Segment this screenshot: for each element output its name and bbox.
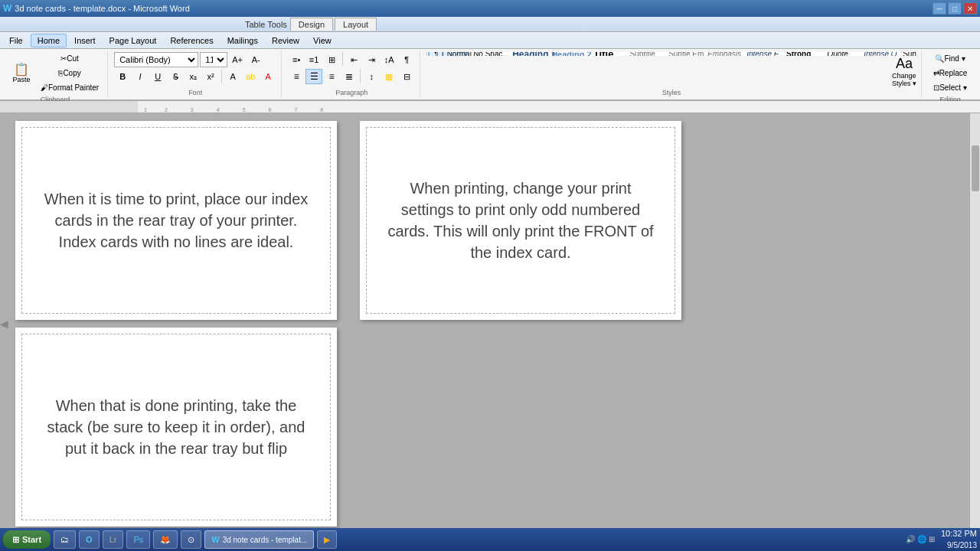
paste-button[interactable]: 📋 Paste bbox=[8, 61, 35, 86]
decrease-indent-button[interactable]: ⇤ bbox=[345, 52, 362, 67]
taskbar-photoshop[interactable]: Ps bbox=[126, 530, 150, 549]
style-emphasis[interactable]: Emphasis bbox=[701, 52, 740, 56]
scrollbar-thumb[interactable] bbox=[972, 145, 979, 191]
change-styles-icon: Aa bbox=[896, 56, 913, 72]
align-right-button[interactable]: ≡ bbox=[323, 69, 340, 84]
styles-label: Styles bbox=[662, 87, 681, 96]
format-painter-button[interactable]: 🖌 Format Painter bbox=[37, 81, 103, 94]
taskbar-outlook[interactable]: O bbox=[79, 530, 100, 549]
style-h2[interactable]: Heading 2 bbox=[545, 52, 583, 56]
select-icon: ⊡ bbox=[933, 83, 939, 92]
menu-review[interactable]: Review bbox=[266, 34, 305, 47]
cut-button[interactable]: ✂ Cut bbox=[37, 52, 103, 65]
menu-view[interactable]: View bbox=[307, 34, 338, 47]
card-1-wrapper: When it is time to print, place our inde… bbox=[15, 121, 337, 320]
line-spacing-button[interactable]: ↕ bbox=[363, 69, 380, 84]
style-title[interactable]: Title bbox=[584, 52, 622, 56]
style-normal[interactable]: ¶ 1 Normal bbox=[428, 52, 466, 56]
menu-file[interactable]: File bbox=[3, 34, 29, 47]
menu-pagelayout[interactable]: Page Layout bbox=[103, 34, 163, 47]
grow-font-button[interactable]: A+ bbox=[229, 52, 246, 67]
menu-mailings[interactable]: Mailings bbox=[221, 34, 264, 47]
card-2-text[interactable]: When printing, change your print setting… bbox=[382, 178, 659, 263]
change-styles-group: Aa ChangeStyles ▾ bbox=[892, 56, 916, 87]
table-tools-design-tab[interactable]: Design bbox=[290, 18, 333, 31]
card-3-inner[interactable]: When that is done printing, take the sta… bbox=[21, 334, 331, 520]
superscript-button[interactable]: x² bbox=[202, 69, 219, 84]
align-center-button[interactable]: ☰ bbox=[305, 69, 322, 84]
menu-references[interactable]: References bbox=[164, 34, 219, 47]
show-hide-button[interactable]: ¶ bbox=[398, 52, 415, 67]
start-icon: ⊞ bbox=[12, 535, 19, 545]
italic-button[interactable]: I bbox=[132, 69, 149, 84]
document-area[interactable]: ◀ When it is time to print, place our in… bbox=[0, 113, 980, 534]
shrink-font-button[interactable]: A- bbox=[247, 52, 264, 67]
style-subtitle[interactable]: Subtitle bbox=[623, 52, 662, 56]
taskbar-lightroom[interactable]: Lr bbox=[103, 530, 124, 549]
paragraph-label: Paragraph bbox=[335, 87, 368, 96]
replace-button[interactable]: ⇄ Replace bbox=[929, 67, 972, 80]
maximize-button[interactable]: □ bbox=[948, 2, 962, 15]
clock: 10:32 PM 9/5/2013 bbox=[941, 528, 977, 550]
card-3-wrapper: When that is done printing, take the sta… bbox=[15, 328, 337, 527]
shading-button[interactable]: ▦ bbox=[381, 69, 397, 84]
copy-button[interactable]: ⎘ Copy bbox=[37, 67, 103, 80]
card-1-inner[interactable]: When it is time to print, place our inde… bbox=[21, 127, 331, 314]
style-h1[interactable]: Heading 1 bbox=[506, 52, 544, 56]
change-styles-button[interactable]: Aa ChangeStyles ▾ bbox=[892, 56, 916, 87]
taskbar-firefox[interactable]: 🦊 bbox=[153, 530, 178, 549]
word-taskbar-label: 3d note cards - templat... bbox=[223, 536, 308, 544]
font-color-button[interactable]: A bbox=[260, 69, 276, 84]
card-2-inner[interactable]: When printing, change your print setting… bbox=[366, 127, 675, 314]
photoshop-icon: Ps bbox=[133, 535, 143, 544]
multilevel-button[interactable]: ⊞ bbox=[323, 52, 340, 67]
style-strong[interactable]: Strong bbox=[779, 52, 818, 56]
menu-home[interactable]: Home bbox=[31, 34, 67, 47]
minimize-button[interactable]: ─ bbox=[933, 2, 946, 15]
scrollbar-track[interactable] bbox=[969, 113, 980, 534]
find-button[interactable]: 🔍 Find ▾ bbox=[929, 52, 972, 65]
time: 10:32 PM bbox=[941, 528, 977, 540]
justify-button[interactable]: ≣ bbox=[341, 69, 358, 84]
start-button[interactable]: ⊞ Start bbox=[3, 530, 51, 549]
document-content: When it is time to print, place our inde… bbox=[0, 113, 969, 534]
font-row2: B I U S̶ x₂ x² A ab A bbox=[114, 69, 276, 84]
style-intense-e[interactable]: Intense E... bbox=[740, 52, 779, 56]
taskbar-vlc[interactable]: ▶ bbox=[317, 530, 337, 549]
subscript-button[interactable]: x₂ bbox=[185, 69, 201, 84]
outlook-icon: O bbox=[86, 535, 93, 544]
taskbar-explorer[interactable]: 🗂 bbox=[54, 530, 76, 549]
style-nospace[interactable]: No Spac... bbox=[467, 52, 505, 56]
highlight-button[interactable]: ab bbox=[242, 69, 259, 84]
editing-top: 🔍 Find ▾ ⇄ Replace ⊡ Select ▾ bbox=[929, 52, 972, 94]
align-left-button[interactable]: ≡ bbox=[288, 69, 305, 84]
clipboard-small-btns: ✂ Cut ⎘ Copy 🖌 Format Painter bbox=[37, 52, 103, 94]
system-tray-icons: 🔊 🌐 ⊞ bbox=[906, 535, 935, 543]
table-tools-label: Table Tools bbox=[245, 20, 287, 29]
increase-indent-button[interactable]: ⇥ bbox=[363, 52, 380, 67]
font-size-select[interactable]: 11 bbox=[200, 52, 227, 67]
sort-button[interactable]: ↕A bbox=[381, 52, 397, 67]
bullets-button[interactable]: ≡• bbox=[288, 52, 305, 67]
text-effects-button[interactable]: A bbox=[224, 69, 241, 84]
table-tools-layout-tab[interactable]: Layout bbox=[335, 18, 377, 31]
numbering-button[interactable]: ≡1 bbox=[305, 52, 322, 67]
style-intense-q[interactable]: Intense Q... bbox=[858, 52, 896, 56]
strikethrough-button[interactable]: S̶ bbox=[167, 69, 184, 84]
style-quote[interactable]: Quote bbox=[818, 52, 857, 56]
replace-icon: ⇄ bbox=[933, 69, 939, 77]
bold-button[interactable]: B bbox=[114, 69, 131, 84]
borders-button[interactable]: ⊟ bbox=[398, 69, 415, 84]
card-1-text[interactable]: When it is time to print, place our inde… bbox=[38, 188, 315, 253]
margin-arrow: ◀ bbox=[0, 318, 8, 330]
close-button[interactable]: ✕ bbox=[963, 2, 977, 15]
font-name-select[interactable]: Calibri (Body) bbox=[114, 52, 198, 67]
style-subtle-em[interactable]: Subtle Em... bbox=[662, 52, 701, 56]
card-3-text[interactable]: When that is done printing, take the sta… bbox=[38, 395, 315, 459]
taskbar-chrome[interactable]: ⊙ bbox=[181, 530, 201, 549]
cards-row-1: When it is time to print, place our inde… bbox=[15, 121, 939, 320]
underline-button[interactable]: U bbox=[149, 69, 166, 84]
taskbar-word[interactable]: W 3d note cards - templat... bbox=[204, 530, 314, 549]
select-button[interactable]: ⊡ Select ▾ bbox=[929, 81, 972, 94]
menu-insert[interactable]: Insert bbox=[68, 34, 102, 47]
